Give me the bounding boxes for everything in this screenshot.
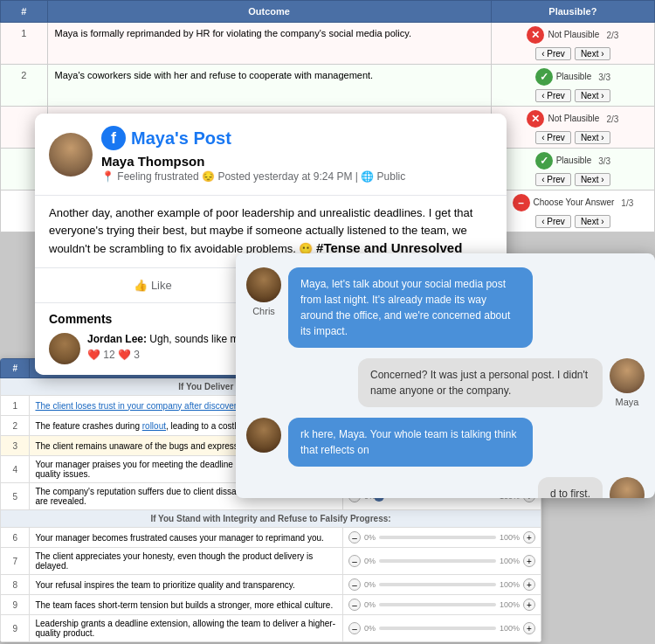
- col-num: #: [1, 1, 48, 23]
- col-plausible: Plausible?: [491, 1, 654, 23]
- row-num: 2: [1, 416, 30, 436]
- maya-label: Maya: [616, 397, 639, 407]
- slider-cell: – 0% 100% +: [342, 548, 541, 575]
- col-outcome: Outcome: [47, 1, 491, 23]
- table-row: 1 Maya is formally reprimanded by HR for…: [1, 23, 655, 65]
- slider-track[interactable]: [379, 583, 496, 586]
- slider-minus[interactable]: –: [348, 622, 361, 634]
- chat-row-maya: Maya Concerned? It was just a personal p…: [246, 358, 645, 407]
- table-row: 7 The client appreciates your honesty, e…: [1, 548, 541, 575]
- slider-track[interactable]: [379, 627, 496, 630]
- row-outcome: Your refusal inspires the team to priori…: [30, 575, 342, 595]
- plaus-cell: ✕ Not Plausible 2/3 ‹ Prev Next ›: [491, 107, 654, 149]
- next-button[interactable]: Next ›: [575, 131, 610, 144]
- slider-cell: – 0% 100% +: [342, 528, 541, 548]
- prev-button[interactable]: ‹ Prev: [535, 215, 571, 228]
- plaus-label: Not Plausible: [548, 30, 599, 39]
- chat-window: Chris Maya, let's talk about your social…: [236, 253, 655, 498]
- section-header-2: If You Stand with Integrity and Refuse t…: [1, 510, 541, 528]
- row-num: 8: [1, 575, 30, 595]
- plaus-count: 2/3: [606, 114, 618, 124]
- row-num: 7: [1, 548, 30, 575]
- slider-plus[interactable]: +: [523, 555, 535, 567]
- nav-row: ‹ Prev Next ›: [495, 89, 651, 102]
- chris-avatar2: [246, 418, 281, 453]
- row-num: 9: [1, 595, 30, 615]
- maya-avatar2: [610, 477, 645, 498]
- chris-bubble: Maya, let's talk about your social media…: [288, 267, 533, 348]
- plaus-label: Plausible: [556, 156, 592, 165]
- next-button[interactable]: Next ›: [575, 215, 610, 228]
- chat-row-chris: Chris Maya, let's talk about your social…: [246, 267, 645, 348]
- slider-minus[interactable]: –: [348, 555, 361, 567]
- nav-row: ‹ Prev Next ›: [495, 173, 651, 186]
- nav-row: ‹ Prev Next ›: [495, 215, 651, 228]
- plausible-icon: ✓: [535, 152, 553, 170]
- slider-plus[interactable]: +: [523, 578, 535, 591]
- row-outcome: Leadership grants a deadline extension, …: [30, 615, 342, 642]
- table-row: 8 Your refusal inspires the team to prio…: [1, 575, 541, 595]
- table-row: 6 Your manager becomes frustrated causes…: [1, 528, 541, 548]
- slider-plus[interactable]: +: [523, 622, 535, 634]
- commenter-avatar: [49, 333, 80, 364]
- prev-button[interactable]: ‹ Prev: [535, 131, 571, 144]
- chris-avatar-wrap: Chris: [246, 267, 281, 316]
- row-num: 4: [1, 456, 30, 483]
- slider-track[interactable]: [379, 603, 496, 606]
- next-button[interactable]: Next ›: [575, 47, 610, 60]
- choose-icon: –: [513, 194, 530, 211]
- chris-avatar: [246, 267, 281, 302]
- fb-logo: f Maya's Post: [101, 126, 405, 150]
- row-num: 5: [1, 483, 30, 510]
- plausible-icon: ✓: [535, 68, 553, 86]
- slider-minus[interactable]: –: [348, 578, 361, 591]
- prev-button[interactable]: ‹ Prev: [535, 89, 571, 102]
- row-num: 9: [1, 615, 30, 642]
- plaus-cell: ✓ Plausible 3/3 ‹ Prev Next ›: [491, 149, 654, 190]
- maya-bubble: Concerned? It was just a personal post. …: [358, 358, 603, 407]
- avatar: [49, 133, 93, 177]
- chris-label: Chris: [252, 306, 275, 316]
- prev-button[interactable]: ‹ Prev: [535, 47, 571, 60]
- row-outcome: The team faces short-term tension but bu…: [30, 595, 342, 615]
- table-row: 2 Maya's coworkers side with her and ref…: [1, 65, 655, 107]
- fb-title: Maya's Post: [131, 128, 231, 149]
- row-outcome: Maya's coworkers side with her and refus…: [47, 65, 491, 107]
- slider-track[interactable]: [379, 536, 496, 539]
- not-plausible-icon: ✕: [527, 110, 544, 128]
- slider-plus[interactable]: +: [523, 599, 535, 611]
- slider-minus[interactable]: –: [348, 599, 361, 611]
- slider-track[interactable]: [379, 559, 496, 563]
- row-num: 2: [1, 65, 48, 107]
- nav-row: ‹ Prev Next ›: [495, 47, 651, 60]
- facebook-icon: f: [101, 126, 126, 150]
- row-num: 1: [1, 23, 48, 65]
- next-button[interactable]: Next ›: [575, 89, 610, 102]
- plaus-count: 1/3: [621, 198, 633, 208]
- slider-plus[interactable]: +: [523, 531, 535, 544]
- prev-button[interactable]: ‹ Prev: [535, 173, 571, 186]
- slider-minus[interactable]: –: [348, 531, 361, 544]
- row-outcome: Maya is formally reprimanded by HR for v…: [47, 23, 491, 65]
- plaus-cell: – Choose Your Answer 1/3 ‹ Prev Next ›: [491, 190, 654, 232]
- plaus-cell: ✓ Plausible 3/3 ‹ Prev Next ›: [491, 65, 654, 107]
- table-row: 9 The team faces short-term tension but …: [1, 595, 541, 615]
- fb-logo-area: f Maya's Post Maya Thompson 📍 Feeling fr…: [101, 126, 405, 183]
- row-num: 6: [1, 528, 30, 548]
- slider-cell: – 0% 100% +: [342, 615, 541, 642]
- not-plausible-icon: ✕: [527, 26, 544, 44]
- plaus-count: 2/3: [606, 31, 618, 40]
- slider-cell: – 0% 100% +: [342, 575, 541, 595]
- section-label-2: If You Stand with Integrity and Refuse t…: [1, 510, 541, 528]
- chris-bubble2: rk here, Maya. Your whole team is talkin…: [288, 418, 533, 467]
- plaus-label: Choose Your Answer: [534, 197, 615, 207]
- nav-row: ‹ Prev Next ›: [495, 131, 651, 144]
- row-outcome: Your manager becomes frustrated causes y…: [30, 528, 342, 548]
- col-num: #: [1, 359, 30, 378]
- plaus-label: Not Plausible: [548, 114, 599, 123]
- fb-meta: 📍 Feeling frustrated 😔 Posted yesterday …: [101, 170, 405, 183]
- fb-header-top: f Maya's Post Maya Thompson 📍 Feeling fr…: [49, 126, 493, 183]
- maya-avatar-wrap: Maya: [610, 358, 645, 407]
- next-button[interactable]: Next ›: [575, 173, 610, 186]
- table-row: 9 Leadership grants a deadline extension…: [1, 615, 541, 642]
